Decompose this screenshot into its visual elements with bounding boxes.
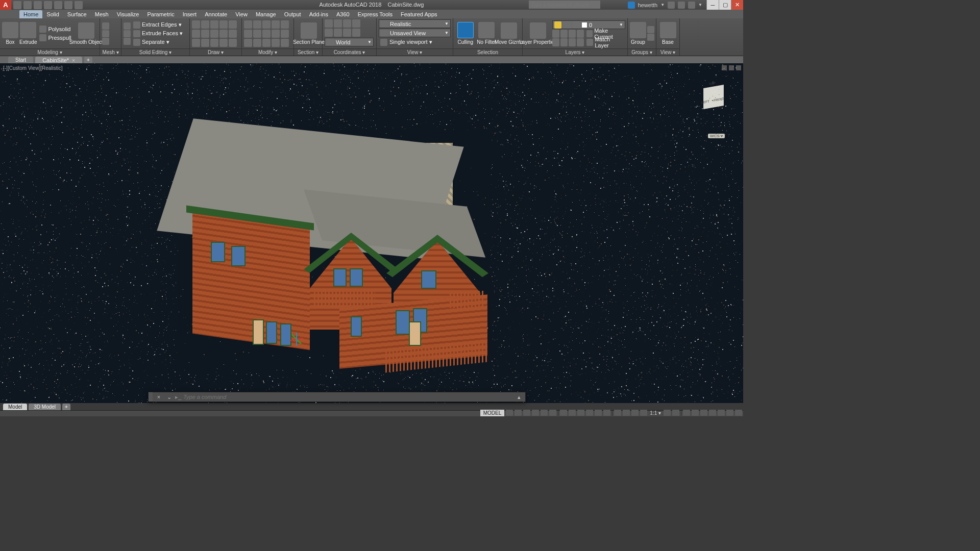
panel-title-modify[interactable]: Modify ▾	[242, 48, 293, 56]
viewport[interactable]: [-][Custom View][Realistic] TOP LEFT FRO…	[0, 63, 743, 403]
panel-title-solid-editing[interactable]: Solid Editing ▾	[121, 48, 189, 56]
layout-tab-3dmodel[interactable]: 3D Model	[29, 404, 61, 410]
separate-button[interactable]: Separate ▾	[132, 38, 184, 46]
sb-ic11[interactable]	[595, 410, 602, 416]
mod-ic9[interactable]	[272, 30, 280, 38]
sb-ic7[interactable]	[560, 410, 567, 416]
se-union-icon[interactable]	[124, 22, 131, 30]
sb-ic19[interactable]	[672, 410, 679, 416]
mirror-icon[interactable]	[253, 30, 261, 38]
panel-title-groups[interactable]: Groups ▾	[628, 48, 656, 56]
sb-ic20[interactable]	[683, 410, 690, 416]
extrude-faces-button[interactable]: Extrude Faces ▾	[132, 30, 184, 38]
commandline-expand-icon[interactable]: ▴	[515, 394, 523, 400]
redo-icon[interactable]	[75, 1, 83, 9]
panel-title-modeling[interactable]: Modeling ▾	[0, 48, 100, 56]
customize-status-icon[interactable]	[735, 410, 742, 416]
draw-ic12[interactable]	[201, 39, 209, 47]
base-button[interactable]: Base	[658, 22, 677, 45]
nofilter-button[interactable]: No Filter	[477, 22, 497, 45]
match-layer-button[interactable]: Match Layer	[585, 38, 625, 46]
ungroup-icon[interactable]	[647, 26, 654, 33]
array-icon[interactable]	[262, 39, 271, 47]
arc-icon[interactable]	[219, 20, 228, 29]
lyr-ic6[interactable]	[560, 38, 568, 46]
coord-ic3[interactable]	[343, 19, 351, 28]
section-plane-button[interactable]: Section Plane	[296, 22, 322, 44]
ribbon-tab-output[interactable]: Output	[280, 10, 305, 18]
layout-tab-add[interactable]: +	[62, 404, 70, 410]
lyr-ic7[interactable]	[569, 38, 576, 46]
coord-ic4[interactable]	[352, 19, 360, 28]
tab-close-icon[interactable]: ×	[72, 57, 75, 63]
ortho-toggle-icon[interactable]	[523, 410, 530, 416]
ribbon-tab-visualize[interactable]: Visualize	[113, 10, 143, 18]
open-icon[interactable]	[23, 1, 32, 9]
sb-ic8[interactable]	[569, 410, 576, 416]
coord-ic6[interactable]	[334, 29, 342, 37]
lyr-ic3[interactable]	[569, 30, 576, 38]
close-button[interactable]: ✕	[731, 0, 743, 10]
sb-ic13[interactable]	[614, 410, 621, 416]
polar-toggle-icon[interactable]	[532, 410, 539, 416]
move-icon[interactable]	[244, 20, 252, 29]
sb-ic14[interactable]	[623, 410, 630, 416]
panel-title-view2[interactable]: View ▾	[656, 48, 679, 56]
exchange-icon[interactable]	[668, 2, 675, 9]
draw-ic13[interactable]	[210, 39, 218, 47]
mod-ic15[interactable]	[281, 39, 289, 47]
ribbon-tab-parametric[interactable]: Parametric	[143, 10, 178, 18]
commandline-close-icon[interactable]: ×	[155, 394, 163, 400]
saveas-icon[interactable]	[44, 1, 52, 9]
sb-ic10[interactable]	[586, 410, 593, 416]
draw-ic15[interactable]	[229, 39, 237, 47]
coord-ic2[interactable]	[334, 19, 342, 28]
lyr-ic8[interactable]	[577, 38, 584, 46]
commandline-history-icon[interactable]: ⌄	[165, 394, 173, 400]
scale-icon[interactable]	[253, 39, 261, 47]
account-user[interactable]: hewetth	[638, 2, 658, 8]
trim-icon[interactable]	[262, 20, 271, 29]
visualstyle-dropdown[interactable]: Realistic▼	[379, 19, 451, 28]
help-icon[interactable]	[688, 2, 695, 9]
mod-ic10[interactable]	[281, 30, 289, 38]
extrude-button[interactable]: Extrude	[19, 22, 37, 45]
wcs-badge[interactable]: WCS ▾	[708, 134, 725, 138]
stretch-icon[interactable]	[244, 39, 252, 47]
coord-ic5[interactable]	[325, 29, 333, 37]
draw-ic11[interactable]	[192, 39, 200, 47]
panel-title-mesh[interactable]: Mesh ▾	[100, 48, 121, 56]
mesh-ic2[interactable]	[102, 30, 109, 37]
grid-toggle-icon[interactable]	[506, 410, 513, 416]
ribbon-tab-surface[interactable]: Surface	[63, 10, 91, 18]
sb-ic25[interactable]	[726, 410, 733, 416]
box-button[interactable]: Box	[2, 22, 18, 45]
ribbon-tab-addins[interactable]: Add-ins	[305, 10, 332, 18]
sb-ic12[interactable]	[603, 410, 610, 416]
sb-ic9[interactable]	[577, 410, 584, 416]
draw-ic5[interactable]	[229, 20, 237, 29]
ribbon-tab-a360[interactable]: A360	[332, 10, 354, 18]
mod-ic4[interactable]	[272, 20, 280, 29]
ribbon-tab-manage[interactable]: Manage	[252, 10, 280, 18]
extract-edges-button[interactable]: Extract Edges ▾	[132, 21, 184, 29]
save-icon[interactable]	[34, 1, 42, 9]
ribbon-tab-home[interactable]: Home	[19, 10, 42, 18]
draw-ic10[interactable]	[229, 30, 237, 38]
ucs-dropdown[interactable]: World▼	[325, 38, 374, 46]
rect-icon[interactable]	[192, 30, 200, 38]
lyr-ic4[interactable]	[577, 30, 584, 38]
sb-ic23[interactable]	[709, 410, 716, 416]
coord-ic7[interactable]	[343, 29, 351, 37]
panel-title-section[interactable]: Section ▾	[294, 48, 322, 56]
file-tab-add[interactable]: +	[84, 57, 92, 63]
maximize-button[interactable]: ▢	[719, 0, 731, 10]
snap-toggle-icon[interactable]	[514, 410, 522, 416]
ribbon-tab-express[interactable]: Express Tools	[354, 10, 397, 18]
app-logo[interactable]: A	[0, 0, 11, 10]
draw-ic9[interactable]	[219, 30, 228, 38]
viewcube-left[interactable]: LEFT	[701, 99, 709, 104]
ribbon-tab-solid[interactable]: Solid	[42, 10, 63, 18]
signin-icon[interactable]	[628, 2, 635, 9]
file-tab-doc[interactable]: CabinSite* ×	[35, 57, 82, 63]
